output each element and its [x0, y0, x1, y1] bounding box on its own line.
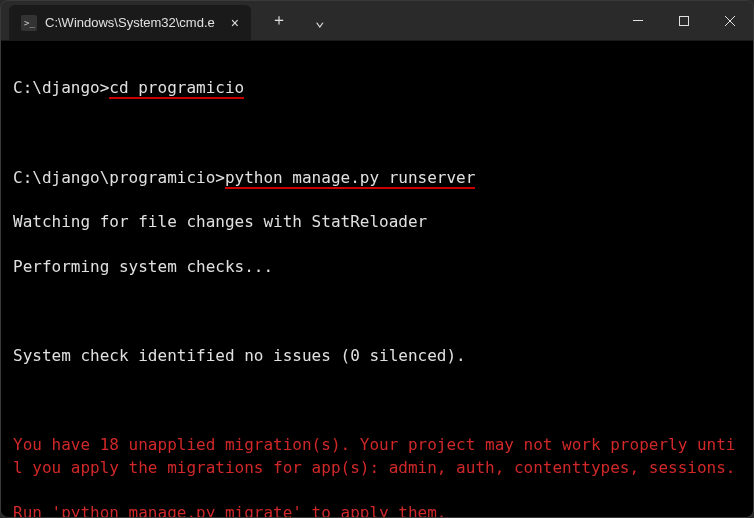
prompt-text: C:\django>	[13, 78, 109, 97]
terminal-output[interactable]: C:\django>cd programicio C:\django\progr…	[1, 41, 753, 517]
blank-line	[13, 301, 741, 323]
command-text: cd programicio	[109, 78, 244, 97]
svg-rect-2	[633, 20, 643, 21]
new-tab-button[interactable]: ＋	[263, 6, 295, 35]
prompt-text: C:\django\programicio>	[13, 168, 225, 187]
cmd-icon: >_	[21, 15, 37, 31]
prompt-line: C:\django\programicio>python manage.py r…	[13, 167, 741, 189]
blank-line	[13, 122, 741, 144]
warning-line: Run 'python manage.py migrate' to apply …	[13, 502, 741, 517]
output-line: System check identified no issues (0 sil…	[13, 345, 741, 367]
output-line: Performing system checks...	[13, 256, 741, 278]
blank-line	[13, 390, 741, 412]
tab-close-button[interactable]: ×	[231, 15, 239, 31]
close-button[interactable]	[707, 1, 753, 40]
svg-rect-3	[680, 16, 689, 25]
command-text: python manage.py runserver	[225, 168, 475, 187]
window-controls	[615, 1, 753, 40]
svg-text:>_: >_	[24, 18, 35, 28]
output-line: Watching for file changes with StatReloa…	[13, 211, 741, 233]
tab-dropdown-button[interactable]: ⌄	[307, 7, 333, 34]
tab-cmd[interactable]: >_ C:\Windows\System32\cmd.e ×	[9, 5, 251, 41]
prompt-line: C:\django>cd programicio	[13, 77, 741, 99]
titlebar: >_ C:\Windows\System32\cmd.e × ＋ ⌄	[1, 1, 753, 41]
warning-line: You have 18 unapplied migration(s). Your…	[13, 434, 741, 479]
minimize-button[interactable]	[615, 1, 661, 40]
tab-title: C:\Windows\System32\cmd.e	[45, 15, 215, 30]
maximize-button[interactable]	[661, 1, 707, 40]
